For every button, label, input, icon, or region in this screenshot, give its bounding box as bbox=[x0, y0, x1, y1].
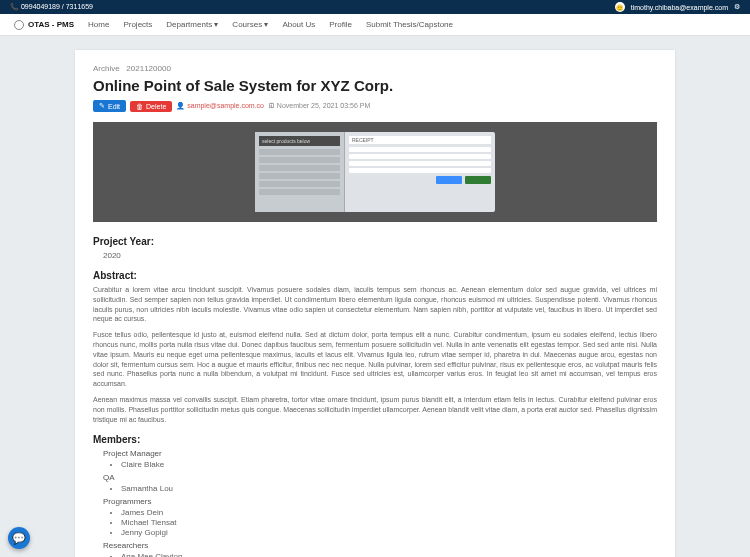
user-email[interactable]: timothy.chibaba@example.com bbox=[631, 4, 728, 11]
calendar-icon: 🗓 bbox=[268, 102, 275, 109]
nav-departments[interactable]: Departments ▾ bbox=[166, 20, 218, 29]
banner-receipt-label: RECEIPT bbox=[349, 136, 491, 144]
edit-button[interactable]: ✎Edit bbox=[93, 100, 126, 112]
content-card: Archive 2021120000 Online Point of Sale … bbox=[75, 50, 675, 557]
member-role: QA bbox=[103, 473, 657, 482]
abstract-heading: Abstract: bbox=[93, 270, 657, 281]
nav-home[interactable]: Home bbox=[88, 20, 109, 29]
gear-icon[interactable]: ⚙ bbox=[734, 3, 740, 11]
nav-submit[interactable]: Submit Thesis/Capstone bbox=[366, 20, 453, 29]
chat-fab[interactable]: 💬 bbox=[8, 527, 30, 549]
pencil-icon: ✎ bbox=[99, 102, 105, 110]
brand-text: OTAS - PMS bbox=[28, 20, 74, 29]
year-value: 2020 bbox=[103, 251, 657, 260]
member-item: Ana Mae Clayton bbox=[121, 552, 657, 557]
page-title: Online Point of Sale System for XYZ Corp… bbox=[93, 77, 657, 94]
nav-courses[interactable]: Courses ▾ bbox=[232, 20, 268, 29]
chat-icon: 💬 bbox=[12, 532, 26, 545]
main-nav: OTAS - PMS Home Projects Departments ▾ C… bbox=[0, 14, 750, 36]
breadcrumb: Archive 2021120000 bbox=[93, 64, 657, 73]
contact-phone: 📞 0994049189 / 7311659 bbox=[10, 3, 93, 11]
year-heading: Project Year: bbox=[93, 236, 657, 247]
breadcrumb-id: 2021120000 bbox=[126, 64, 171, 73]
nav-projects[interactable]: Projects bbox=[123, 20, 152, 29]
avatar[interactable]: 🙂 bbox=[615, 2, 625, 12]
post-date: November 25, 2021 03:56 PM bbox=[277, 102, 370, 109]
abstract-p2: Fusce tellus odio, pellentesque id justo… bbox=[93, 330, 657, 389]
member-role: Programmers bbox=[103, 497, 657, 506]
member-role: Project Manager bbox=[103, 449, 657, 458]
delete-button[interactable]: 🗑Delete bbox=[130, 101, 172, 112]
member-item: Samantha Lou bbox=[121, 484, 657, 493]
brand-logo-icon bbox=[14, 20, 24, 30]
member-item: Claire Blake bbox=[121, 460, 657, 469]
user-icon: 👤 bbox=[176, 102, 185, 109]
top-info-bar: 📞 0994049189 / 7311659 🙂 timothy.chibaba… bbox=[0, 0, 750, 14]
member-item: James Dein bbox=[121, 508, 657, 517]
author-link[interactable]: sample@sample.com.co bbox=[187, 102, 264, 109]
banner-select-label: select products below bbox=[259, 136, 340, 146]
abstract-p1: Curabitur a lorem vitae arcu tincidunt s… bbox=[93, 285, 657, 324]
post-meta: 👤 sample@sample.com.co 🗓 November 25, 20… bbox=[176, 102, 370, 110]
member-item: Jenny Gopigi bbox=[121, 528, 657, 537]
breadcrumb-archive[interactable]: Archive bbox=[93, 64, 120, 73]
abstract-p3: Aenean maximus massa vel convallis susci… bbox=[93, 395, 657, 424]
member-item: Michael Tiensat bbox=[121, 518, 657, 527]
trash-icon: 🗑 bbox=[136, 103, 143, 110]
member-role: Researchers bbox=[103, 541, 657, 550]
nav-profile[interactable]: Profile bbox=[329, 20, 352, 29]
members-heading: Members: bbox=[93, 434, 657, 445]
nav-about[interactable]: About Us bbox=[282, 20, 315, 29]
brand[interactable]: OTAS - PMS bbox=[14, 20, 74, 30]
banner-image: select products below RECEIPT bbox=[93, 122, 657, 222]
